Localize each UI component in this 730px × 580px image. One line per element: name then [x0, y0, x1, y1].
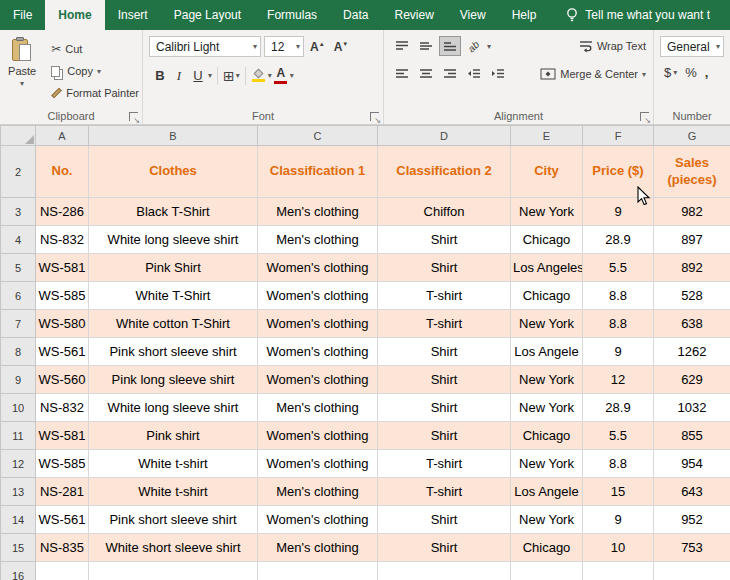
- header-cell[interactable]: Price ($): [583, 146, 654, 198]
- cell[interactable]: 8.8: [583, 310, 654, 338]
- column-header-D[interactable]: D: [378, 126, 511, 146]
- cell[interactable]: [654, 562, 730, 580]
- cell[interactable]: Men's clothing: [258, 226, 378, 254]
- cell[interactable]: Women's clothing: [258, 254, 378, 282]
- cell[interactable]: 528: [654, 282, 730, 310]
- cell[interactable]: 753: [654, 534, 730, 562]
- row-header-15[interactable]: 15: [1, 534, 36, 562]
- copy-button[interactable]: Copy ▾: [48, 60, 142, 82]
- cell[interactable]: NS-286: [36, 198, 89, 226]
- paste-dropdown-arrow[interactable]: ▾: [20, 79, 24, 88]
- align-middle-button[interactable]: [415, 36, 437, 56]
- cell[interactable]: Shirt: [378, 226, 511, 254]
- cell[interactable]: 9: [583, 338, 654, 366]
- header-cell[interactable]: Classification 2: [378, 146, 511, 198]
- row-header-14[interactable]: 14: [1, 506, 36, 534]
- align-bottom-button[interactable]: [439, 36, 461, 56]
- cell[interactable]: Chicago: [511, 534, 583, 562]
- cell[interactable]: 643: [654, 478, 730, 506]
- cell[interactable]: Men's clothing: [258, 394, 378, 422]
- align-right-button[interactable]: [439, 64, 461, 84]
- number-format-combo[interactable]: General ▾: [660, 36, 724, 57]
- align-top-button[interactable]: [391, 36, 413, 56]
- cell[interactable]: New York: [511, 394, 583, 422]
- select-all-corner[interactable]: [1, 126, 36, 146]
- wrap-text-button[interactable]: Wrap Text: [576, 35, 649, 57]
- cell[interactable]: Los Angeles: [511, 254, 583, 282]
- row-header-3[interactable]: 3: [1, 198, 36, 226]
- cell[interactable]: WS-561: [36, 338, 89, 366]
- tab-home[interactable]: Home: [45, 0, 104, 30]
- cell[interactable]: 9: [583, 198, 654, 226]
- paste-button[interactable]: Paste ▾: [0, 35, 44, 108]
- cell[interactable]: T-shirt: [378, 450, 511, 478]
- cell[interactable]: 28.9: [583, 394, 654, 422]
- fill-color-icon[interactable]: [251, 69, 267, 82]
- cell[interactable]: 9: [583, 506, 654, 534]
- row-header-7[interactable]: 7: [1, 310, 36, 338]
- tab-insert[interactable]: Insert: [105, 0, 161, 30]
- cell[interactable]: 897: [654, 226, 730, 254]
- cell[interactable]: Pink short sleeve shirt: [89, 506, 258, 534]
- cell[interactable]: 5.5: [583, 254, 654, 282]
- cell[interactable]: 28.9: [583, 226, 654, 254]
- cell[interactable]: Women's clothing: [258, 450, 378, 478]
- cut-button[interactable]: ✂ Cut: [48, 38, 142, 60]
- row-header-4[interactable]: 4: [1, 226, 36, 254]
- cell[interactable]: 10: [583, 534, 654, 562]
- bold-button[interactable]: B: [151, 65, 169, 86]
- align-left-button[interactable]: [391, 64, 413, 84]
- merge-center-dropdown-arrow[interactable]: ▾: [642, 70, 646, 79]
- accounting-format-button[interactable]: $ ▾: [664, 65, 677, 80]
- cell[interactable]: 629: [654, 366, 730, 394]
- cell[interactable]: Black T-Shirt: [89, 198, 258, 226]
- cell[interactable]: [36, 562, 89, 580]
- font-size-combo[interactable]: 12 ▾: [264, 36, 304, 57]
- cell[interactable]: T-shirt: [378, 282, 511, 310]
- tab-file[interactable]: File: [0, 0, 45, 30]
- cell[interactable]: 15: [583, 478, 654, 506]
- cell[interactable]: Chicago: [511, 422, 583, 450]
- alignment-dialog-launcher[interactable]: [640, 112, 649, 121]
- cell[interactable]: Men's clothing: [258, 534, 378, 562]
- cell[interactable]: [89, 562, 258, 580]
- cell[interactable]: Women's clothing: [258, 338, 378, 366]
- header-cell[interactable]: Classification 1: [258, 146, 378, 198]
- cell[interactable]: Women's clothing: [258, 366, 378, 394]
- cell[interactable]: 8.8: [583, 282, 654, 310]
- tab-view[interactable]: View: [447, 0, 499, 30]
- cell[interactable]: 952: [654, 506, 730, 534]
- cell[interactable]: White short sleeve shirt: [89, 534, 258, 562]
- currency-dropdown-arrow[interactable]: ▾: [673, 68, 677, 77]
- cell[interactable]: WS-581: [36, 254, 89, 282]
- decrease-font-size-button[interactable]: A▼: [331, 40, 352, 54]
- cell[interactable]: 8.8: [583, 450, 654, 478]
- cell[interactable]: Women's clothing: [258, 282, 378, 310]
- font-color-icon[interactable]: A: [273, 67, 289, 84]
- cell[interactable]: New York: [511, 366, 583, 394]
- cell[interactable]: White t-shirt: [89, 450, 258, 478]
- cell[interactable]: NS-832: [36, 394, 89, 422]
- cell[interactable]: WS-585: [36, 282, 89, 310]
- cell[interactable]: Chicago: [511, 226, 583, 254]
- cell[interactable]: WS-560: [36, 366, 89, 394]
- italic-button[interactable]: I: [170, 65, 188, 86]
- cell[interactable]: 982: [654, 198, 730, 226]
- tab-data[interactable]: Data: [330, 0, 381, 30]
- row-header-11[interactable]: 11: [1, 422, 36, 450]
- column-header-G[interactable]: G: [654, 126, 730, 146]
- font-color-dropdown-arrow[interactable]: ▾: [290, 71, 294, 80]
- cell[interactable]: WS-580: [36, 310, 89, 338]
- cell[interactable]: NS-281: [36, 478, 89, 506]
- row-header-12[interactable]: 12: [1, 450, 36, 478]
- tab-review[interactable]: Review: [381, 0, 446, 30]
- header-cell[interactable]: City: [511, 146, 583, 198]
- cell[interactable]: [258, 562, 378, 580]
- cell[interactable]: 954: [654, 450, 730, 478]
- column-header-B[interactable]: B: [89, 126, 258, 146]
- format-painter-button[interactable]: Format Painter: [48, 82, 142, 104]
- cell[interactable]: Shirt: [378, 534, 511, 562]
- row-header-9[interactable]: 9: [1, 366, 36, 394]
- cell[interactable]: T-shirt: [378, 478, 511, 506]
- decrease-indent-button[interactable]: [463, 64, 485, 84]
